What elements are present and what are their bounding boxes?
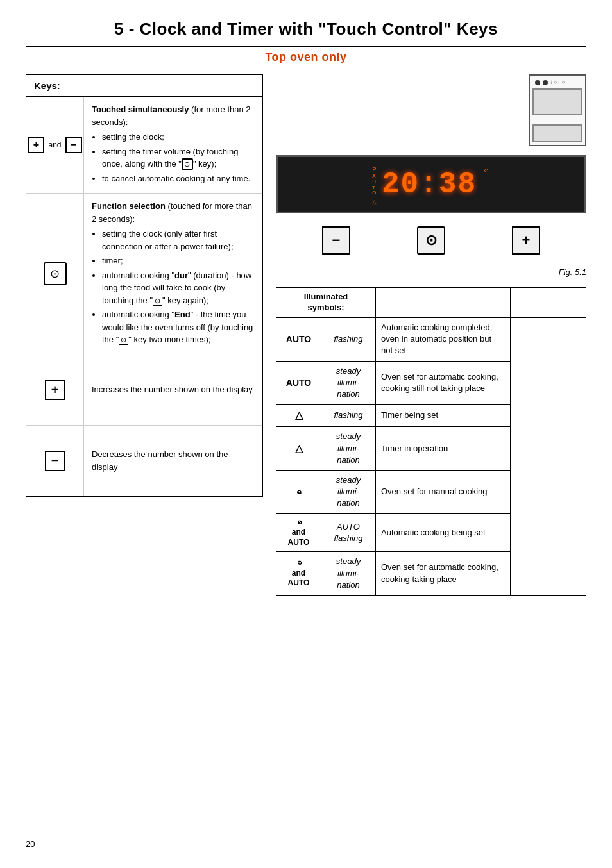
illum-state-4: steady illumi-nation: [321, 427, 376, 471]
oven-dots: ⁝ ○ ⁝ ○: [550, 79, 565, 85]
right-panel: ⁝ ○ ⁝ ○ P AUTO △ 20:38 ᪈ − ⊙: [276, 74, 586, 596]
plus-control-btn[interactable]: +: [512, 226, 540, 255]
illum-sym-5: ᪈: [276, 471, 321, 514]
illum-state-2: steady illumi-nation: [321, 361, 376, 405]
illum-sym-3: △: [276, 405, 321, 427]
display-p-symbol: P: [372, 166, 376, 172]
control-buttons-row: − ⊙ +: [276, 222, 586, 258]
auto-text-1: AUTO: [288, 538, 310, 548]
desc-timer-volume: setting the timer volume (by touching on…: [102, 146, 255, 171]
illum-state-6: AUTO flashing: [321, 513, 376, 552]
illum-row-3: △ flashing Timer being set: [276, 405, 586, 427]
illum-desc-2: Oven set for automatic cooking, cooking …: [376, 361, 511, 405]
illum-desc-1: Automatic cooking completed, oven in aut…: [376, 317, 511, 361]
flame-icon-1: ᪈: [294, 487, 303, 497]
clock-control-btn[interactable]: ⊙: [417, 226, 445, 255]
illum-row-6: ᪈ and AUTO AUTO flashing Automatic cooki…: [276, 513, 586, 552]
key-plus-symbol: +: [26, 355, 84, 425]
page-number: 20: [26, 839, 35, 849]
key-row-clock: ⊙ Function selection (touched for more t…: [26, 194, 262, 355]
desc-cancel-auto: to cancel automatic cooking at any time.: [102, 172, 255, 185]
function-selection-label: Function selection: [92, 201, 166, 211]
key-minus-symbol: −: [26, 426, 84, 496]
desc-auto-dur: automatic cooking "dur" (duration) - how…: [102, 269, 255, 307]
clock-icon[interactable]: ⊙: [44, 262, 67, 285]
plus-icon[interactable]: +: [28, 137, 44, 153]
display-colon: :: [420, 168, 439, 201]
flame-and-auto-1: ᪈ and AUTO: [282, 518, 316, 548]
desc-auto-end: automatic cooking "End" - the time you w…: [102, 308, 255, 346]
display-flame-symbol: ᪈: [482, 166, 490, 176]
indicator-2: [543, 80, 548, 85]
oven-upper-window: [532, 88, 582, 115]
minus-control-btn[interactable]: −: [322, 226, 350, 255]
keys-table: Keys: + and − Touched simultaneously (fo…: [26, 74, 263, 497]
illum-header: Illuminatedsymbols:: [276, 288, 376, 318]
minus-only-icon[interactable]: −: [45, 451, 65, 471]
illum-desc-4: Timer in operation: [376, 427, 511, 471]
key-plus-minus-desc: Touched simultaneously (for more than 2 …: [84, 97, 262, 193]
flame-icon-2: ᪈: [295, 518, 303, 528]
bell-icon-2: △: [295, 443, 303, 454]
and-text-2: and: [292, 569, 305, 579]
increases-label: Increases the number shown on the displa…: [92, 383, 253, 396]
illum-state-header: [376, 288, 511, 318]
display-auto-symbol: AUTO: [372, 174, 376, 196]
illum-state-1: flashing: [321, 317, 376, 361]
illum-row-1: AUTO flashing Automatic cooking complete…: [276, 317, 586, 361]
touched-simultaneously-label: Touched simultaneously: [92, 104, 189, 114]
desc-clock-setting: setting the clock (only after first conn…: [102, 228, 255, 253]
illum-sym-6: ᪈ and AUTO: [276, 513, 321, 552]
illum-desc-5: Oven set for manual cooking: [376, 471, 511, 514]
illum-state-7: steady illumi-nation: [321, 552, 376, 596]
key-plus-minus-symbol: + and −: [26, 97, 84, 193]
illum-sym-1: AUTO: [276, 317, 321, 361]
page-title: 5 - Clock and Timer with "Touch Control"…: [26, 19, 586, 39]
key-row-plus: + Increases the number shown on the disp…: [26, 355, 262, 426]
display-left-symbols: P AUTO △: [372, 163, 377, 205]
illum-sym-7: ᪈ and AUTO: [276, 552, 321, 596]
key-minus-desc: Decreases the number shown on the displa…: [84, 426, 262, 496]
illum-sym-4: △: [276, 427, 321, 471]
illum-state-5: steady illumi-nation: [321, 471, 376, 514]
key-clock-desc: Function selection (touched for more tha…: [84, 194, 262, 355]
auto-label-2: AUTO: [286, 378, 311, 388]
auto-label-1: AUTO: [286, 334, 311, 344]
display-delta-left: △: [372, 199, 377, 205]
auto-text-2: AUTO: [288, 578, 310, 588]
oven-lower-window: [532, 124, 582, 142]
page-subtitle: Top oven only: [26, 51, 586, 64]
minus-icon[interactable]: −: [65, 137, 82, 153]
illum-desc-3: Timer being set: [376, 405, 511, 427]
title-divider: [26, 46, 586, 47]
digit-3: 3: [439, 168, 458, 201]
bell-icon-1: △: [295, 410, 303, 421]
display-digits: 20:38: [382, 168, 477, 201]
illum-row-7: ᪈ and AUTO steady illumi-nation Oven set…: [276, 552, 586, 596]
illuminated-symbols-table: Illuminatedsymbols: AUTO flashing Automa…: [276, 287, 586, 596]
key-row-plus-minus: + and − Touched simultaneously (for more…: [26, 97, 262, 194]
illum-row-5: ᪈ steady illumi-nation Oven set for manu…: [276, 471, 586, 514]
key-clock-symbol: ⊙: [26, 194, 84, 355]
oven-diagram: ⁝ ○ ⁝ ○: [529, 74, 586, 146]
key-row-minus: − Decreases the number shown on the disp…: [26, 426, 262, 496]
illum-row-4: △ steady illumi-nation Timer in operatio…: [276, 427, 586, 471]
illum-desc-header: [511, 288, 586, 318]
illum-desc-7: Oven set for automatic cooking, cooking …: [376, 552, 511, 596]
illum-desc-6: Automatic cooking being set: [376, 513, 511, 552]
illum-sym-2: AUTO: [276, 361, 321, 405]
keys-table-header: Keys:: [26, 75, 262, 97]
decreases-label: Decreases the number shown on the displa…: [92, 448, 255, 473]
and-label: and: [48, 140, 61, 149]
digit-8: 8: [457, 168, 477, 201]
indicator-1: [535, 80, 540, 85]
oven-indicators: ⁝ ○ ⁝ ○: [532, 78, 582, 87]
key-plus-desc: Increases the number shown on the displa…: [84, 355, 262, 425]
oven-illustration: ⁝ ○ ⁝ ○: [276, 74, 586, 146]
plus-only-icon[interactable]: +: [45, 380, 65, 400]
illum-row-2: AUTO steady illumi-nation Oven set for a…: [276, 361, 586, 405]
desc-timer: timer;: [102, 255, 255, 267]
fig-label: Fig. 5.1: [276, 267, 586, 277]
illum-state-3: flashing: [321, 405, 376, 427]
flame-icon-3: ᪈: [295, 558, 303, 569]
